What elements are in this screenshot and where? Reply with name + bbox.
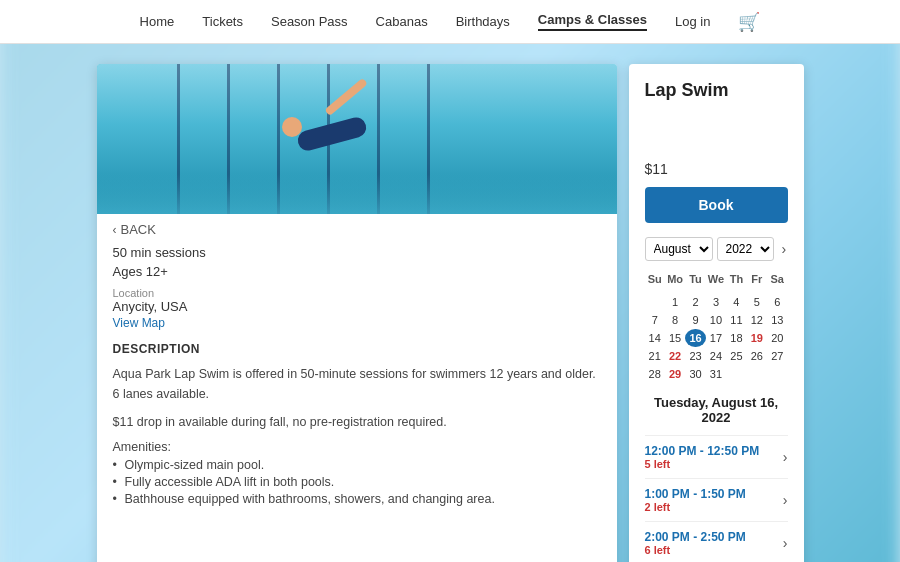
time-slot-3[interactable]: 2:00 PM - 2:50 PM 6 left › [645,521,788,562]
chevron-left-icon: ‹ [113,223,117,237]
calendar-day[interactable]: 3 [706,293,726,311]
amenities-title: Amenities: [113,440,601,454]
calendar-day[interactable]: 7 [645,311,665,329]
booking-panel: Lap Swim $11 Book August 2022 › Su Mo [629,64,804,562]
chevron-right-icon-3: › [783,535,788,551]
back-label: BACK [121,222,156,237]
day-header-su: Su [645,271,665,287]
spots-left-1: 5 left [645,458,760,470]
info-section: 50 min sessions Ages 12+ Location Anycit… [113,245,601,330]
cart-icon[interactable]: 🛒 [738,11,760,33]
book-button[interactable]: Book [645,187,788,223]
calendar-day[interactable]: 14 [645,329,665,347]
calendar-day [645,293,665,311]
calendar-day[interactable]: 12 [747,311,767,329]
calendar-day[interactable]: 5 [747,293,767,311]
calendar-day[interactable]: 15 [665,329,685,347]
time-slot-1[interactable]: 12:00 PM - 12:50 PM 5 left › [645,435,788,478]
calendar-day[interactable]: 16 [685,329,705,347]
month-select[interactable]: August [645,237,713,261]
calendar-day[interactable]: 1 [665,293,685,311]
nav-home[interactable]: Home [140,14,175,29]
amenity-item: Fully accessible ADA lift in both pools. [113,475,601,489]
spots-left-3: 6 left [645,544,746,556]
calendar-day[interactable]: 30 [685,365,705,383]
nav-login[interactable]: Log in [675,14,710,29]
calendar-day[interactable]: 4 [726,293,746,311]
time-label-1: 12:00 PM - 12:50 PM [645,444,760,458]
calendar-day[interactable]: 17 [706,329,726,347]
nav-cabanas[interactable]: Cabanas [376,14,428,29]
day-header-mo: Mo [665,271,685,287]
time-slot-2[interactable]: 1:00 PM - 1:50 PM 2 left › [645,478,788,521]
calendar-day[interactable]: 8 [665,311,685,329]
calendar-day [747,365,767,383]
calendar-day[interactable]: 18 [726,329,746,347]
amenity-item: Bathhouse equipped with bathrooms, showe… [113,492,601,506]
calendar-day[interactable]: 23 [685,347,705,365]
calendar-day[interactable]: 29 [665,365,685,383]
event-title: Lap Swim [645,80,788,101]
calendar-day [726,365,746,383]
day-header-sa: Sa [767,271,787,287]
calendar-day [767,365,787,383]
calendar-day[interactable]: 2 [685,293,705,311]
calendar-day[interactable]: 25 [726,347,746,365]
event-price: $11 [645,161,788,177]
location-value: Anycity, USA [113,299,601,314]
card-body: 50 min sessions Ages 12+ Location Anycit… [97,245,617,525]
chevron-right-icon-1: › [783,449,788,465]
calendar-day[interactable]: 31 [706,365,726,383]
calendar-day[interactable]: 28 [645,365,665,383]
amenities-list: Olympic-sized main pool. Fully accessibl… [113,458,601,506]
year-select[interactable]: 2022 [717,237,774,261]
description-para2: $11 drop in available during fall, no pr… [113,412,601,432]
view-map-link[interactable]: View Map [113,316,165,330]
calendar-day[interactable]: 10 [706,311,726,329]
back-button[interactable]: ‹ BACK [97,214,172,245]
calendar-day[interactable]: 11 [726,311,746,329]
day-header-fr: Fr [747,271,767,287]
time-label-2: 1:00 PM - 1:50 PM [645,487,746,501]
calendar-day[interactable]: 20 [767,329,787,347]
day-header-th: Th [726,271,746,287]
chevron-right-icon-2: › [783,492,788,508]
age-info: Ages 12+ [113,264,601,279]
nav-season-pass[interactable]: Season Pass [271,14,348,29]
spots-left-2: 2 left [645,501,746,513]
calendar-next-btn[interactable]: › [778,239,791,259]
swimmer-graphic [277,109,397,159]
calendar-day[interactable]: 26 [747,347,767,365]
nav-tickets[interactable]: Tickets [202,14,243,29]
session-info: 50 min sessions [113,245,601,260]
hero-image [97,64,617,214]
time-slots-container: 12:00 PM - 12:50 PM 5 left › 1:00 PM - 1… [645,435,788,562]
selected-date: Tuesday, August 16, 2022 [645,395,788,425]
location-label: Location [113,287,601,299]
description-section: DESCRIPTION Aqua Park Lap Swim is offere… [113,342,601,506]
description-para1: Aqua Park Lap Swim is offered in 50-minu… [113,364,601,404]
calendar-table: Su Mo Tu We Th Fr Sa 1234567891011121314… [645,271,788,383]
nav-birthdays[interactable]: Birthdays [456,14,510,29]
calendar-day[interactable]: 6 [767,293,787,311]
nav-camps-classes[interactable]: Camps & Classes [538,12,647,31]
navbar: Home Tickets Season Pass Cabanas Birthda… [0,0,900,44]
calendar-day[interactable]: 27 [767,347,787,365]
calendar-controls: August 2022 › [645,237,788,261]
day-header-tu: Tu [685,271,705,287]
calendar-day[interactable]: 13 [767,311,787,329]
calendar-day[interactable]: 24 [706,347,726,365]
calendar-day[interactable]: 22 [665,347,685,365]
main-card: ‹ BACK 50 min sessions Ages 12+ Location… [97,64,617,562]
amenity-item: Olympic-sized main pool. [113,458,601,472]
calendar-day[interactable]: 19 [747,329,767,347]
calendar-day[interactable]: 9 [685,311,705,329]
day-header-we: We [706,271,726,287]
time-label-3: 2:00 PM - 2:50 PM [645,530,746,544]
calendar-day[interactable]: 21 [645,347,665,365]
description-title: DESCRIPTION [113,342,601,356]
